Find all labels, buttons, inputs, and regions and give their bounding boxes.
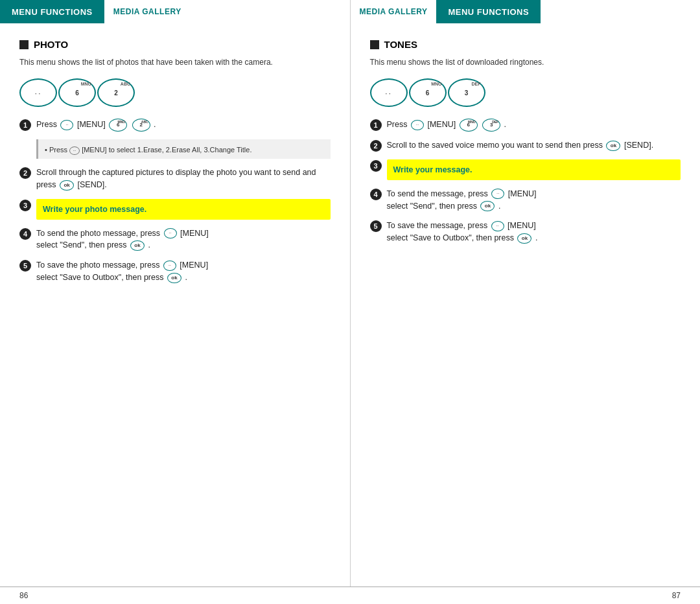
step-5-left: 5 To save the photo message, press ·· [M… <box>19 259 331 284</box>
step-3-text-right: Write your message. <box>393 165 472 174</box>
menu-inline-icon-r1: ·· <box>411 120 424 130</box>
ok-key-r-step2: ok <box>606 141 620 151</box>
tones-keys-row: ·· MNO 6 DEF 3 <box>370 78 681 107</box>
menu-inline-icon: ·· <box>60 120 73 130</box>
step-2-left: 2 Scroll through the captured pictures t… <box>19 167 331 191</box>
step-4-right: 4 To send the message, press ·· [MENU] s… <box>370 188 681 213</box>
menu-key-icon: ·· <box>19 78 57 107</box>
photo-keys-row: ·· MNO 6 ABC 2 <box>19 78 331 107</box>
key-6-icon: MNO 6 <box>58 78 96 107</box>
note-icon: ·· <box>69 146 80 155</box>
ok-key-step4: ok <box>130 240 145 251</box>
page-number-right: 87 <box>350 591 681 600</box>
left-page: MENU FUNCTIONS MEDIA GALLERY PHOTO This … <box>0 0 351 587</box>
media-gallery-label-left: MEDIA GALLERY <box>104 0 191 23</box>
step-3-right: 3 Write your message. <box>370 159 681 180</box>
right-header: MEDIA GALLERY MENU FUNCTIONS <box>351 0 701 23</box>
title-square-icon <box>19 40 29 49</box>
step-4-left: 4 To send the photo message, press ·· [M… <box>19 227 331 252</box>
photo-desc: This menu shows the list of photos that … <box>19 56 331 68</box>
tones-desc: This menu shows the list of downloaded r… <box>370 56 681 68</box>
menu-icon-step5: ·· <box>163 261 176 271</box>
note-box-left: • Press ·· [MENU] to select 1.Erase, 2.E… <box>36 139 331 159</box>
media-gallery-label-right: MEDIA GALLERY <box>351 0 437 23</box>
step-1-left: 1 Press ·· [MENU] MNO6 ABC2 . <box>19 119 331 132</box>
step-3-highlight: Write your photo message. <box>36 199 331 220</box>
step-2-right: 2 Scroll to the saved voice memo you wan… <box>370 139 681 152</box>
key6-inline: MNO6 <box>109 119 127 132</box>
key-2-icon: ABC 2 <box>97 78 135 107</box>
ok-key-step5: ok <box>167 273 181 283</box>
right-page: MEDIA GALLERY MENU FUNCTIONS TONES This … <box>351 0 701 587</box>
page-number-left: 86 <box>19 591 350 600</box>
tones-menu-key-icon: ·· <box>370 78 408 107</box>
r-key6-inline: MNO6 <box>460 119 478 132</box>
r-key3-inline: DEF3 <box>482 119 500 132</box>
step-5-right: 5 To save the message, press ·· [MENU] s… <box>370 220 681 244</box>
step-3-text: Write your photo message. <box>43 205 146 214</box>
ok-key-r-step4: ok <box>480 201 495 211</box>
tones-section-title: TONES <box>370 39 681 50</box>
page-footer: 86 87 <box>0 587 700 604</box>
menu-functions-label-right: MENU FUNCTIONS <box>436 0 541 23</box>
menu-icon-r-step4: ·· <box>491 189 504 199</box>
note-text-left: • Press ·· [MENU] to select 1.Erase, 2.E… <box>45 146 251 154</box>
ok-key-r-step5: ok <box>517 233 531 244</box>
step-3-left: 3 Write your photo message. <box>19 199 331 220</box>
menu-icon-step4: ·· <box>164 228 177 238</box>
tones-title-square <box>370 40 379 49</box>
menu-icon-r-step5: ·· <box>491 221 504 231</box>
tones-key-3-icon: DEF 3 <box>448 78 485 107</box>
step-1-right: 1 Press ·· [MENU] MNO6 DEF3 . <box>370 119 681 132</box>
key2-inline: ABC2 <box>132 119 150 132</box>
ok-key-step2: ok <box>60 180 74 191</box>
menu-functions-label-left: MENU FUNCTIONS <box>0 0 104 23</box>
tones-key-6-icon: MNO 6 <box>409 78 447 107</box>
left-header: MENU FUNCTIONS MEDIA GALLERY <box>0 0 350 23</box>
photo-section-title: PHOTO <box>19 39 331 50</box>
step-3-highlight-right: Write your message. <box>387 159 681 180</box>
